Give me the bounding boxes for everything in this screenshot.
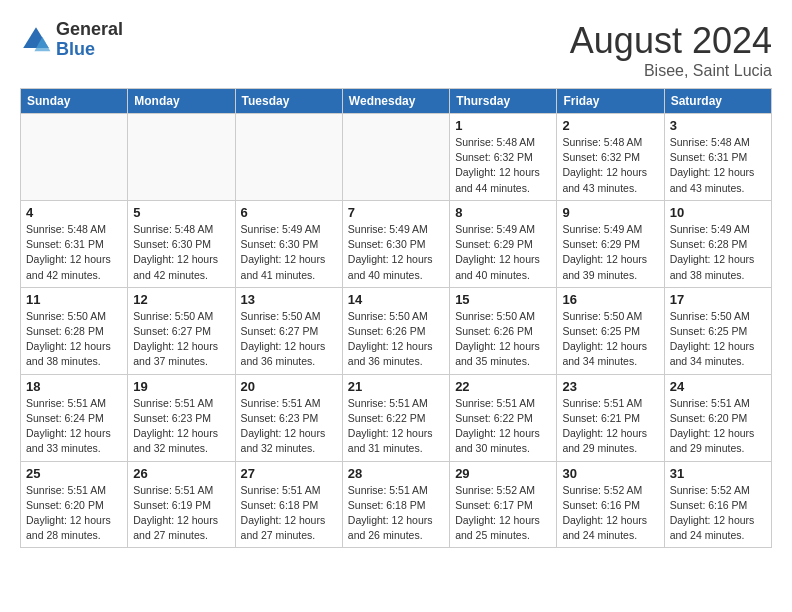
- calendar-cell: 5Sunrise: 5:48 AMSunset: 6:30 PMDaylight…: [128, 200, 235, 287]
- column-header-tuesday: Tuesday: [235, 89, 342, 114]
- day-info: Sunrise: 5:51 AMSunset: 6:22 PMDaylight:…: [348, 396, 444, 457]
- calendar-cell: [128, 114, 235, 201]
- calendar-cell: 3Sunrise: 5:48 AMSunset: 6:31 PMDaylight…: [664, 114, 771, 201]
- calendar-cell: [21, 114, 128, 201]
- day-info: Sunrise: 5:49 AMSunset: 6:28 PMDaylight:…: [670, 222, 766, 283]
- day-number: 29: [455, 466, 551, 481]
- column-header-sunday: Sunday: [21, 89, 128, 114]
- calendar-cell: [235, 114, 342, 201]
- calendar-cell: 12Sunrise: 5:50 AMSunset: 6:27 PMDayligh…: [128, 287, 235, 374]
- day-info: Sunrise: 5:51 AMSunset: 6:20 PMDaylight:…: [26, 483, 122, 544]
- calendar-cell: 25Sunrise: 5:51 AMSunset: 6:20 PMDayligh…: [21, 461, 128, 548]
- column-header-wednesday: Wednesday: [342, 89, 449, 114]
- week-row-5: 25Sunrise: 5:51 AMSunset: 6:20 PMDayligh…: [21, 461, 772, 548]
- day-info: Sunrise: 5:52 AMSunset: 6:16 PMDaylight:…: [562, 483, 658, 544]
- day-number: 24: [670, 379, 766, 394]
- page-header: General Blue August 2024 Bisee, Saint Lu…: [20, 20, 772, 80]
- day-number: 30: [562, 466, 658, 481]
- day-number: 5: [133, 205, 229, 220]
- logo-icon: [20, 24, 52, 56]
- calendar-cell: 15Sunrise: 5:50 AMSunset: 6:26 PMDayligh…: [450, 287, 557, 374]
- day-number: 2: [562, 118, 658, 133]
- calendar-cell: 26Sunrise: 5:51 AMSunset: 6:19 PMDayligh…: [128, 461, 235, 548]
- day-info: Sunrise: 5:51 AMSunset: 6:20 PMDaylight:…: [670, 396, 766, 457]
- week-row-1: 1Sunrise: 5:48 AMSunset: 6:32 PMDaylight…: [21, 114, 772, 201]
- day-info: Sunrise: 5:51 AMSunset: 6:24 PMDaylight:…: [26, 396, 122, 457]
- day-number: 4: [26, 205, 122, 220]
- day-info: Sunrise: 5:51 AMSunset: 6:22 PMDaylight:…: [455, 396, 551, 457]
- calendar-cell: 2Sunrise: 5:48 AMSunset: 6:32 PMDaylight…: [557, 114, 664, 201]
- day-info: Sunrise: 5:48 AMSunset: 6:31 PMDaylight:…: [26, 222, 122, 283]
- day-info: Sunrise: 5:50 AMSunset: 6:27 PMDaylight:…: [241, 309, 337, 370]
- day-info: Sunrise: 5:50 AMSunset: 6:27 PMDaylight:…: [133, 309, 229, 370]
- day-info: Sunrise: 5:50 AMSunset: 6:25 PMDaylight:…: [670, 309, 766, 370]
- day-info: Sunrise: 5:49 AMSunset: 6:30 PMDaylight:…: [241, 222, 337, 283]
- calendar-cell: 13Sunrise: 5:50 AMSunset: 6:27 PMDayligh…: [235, 287, 342, 374]
- day-info: Sunrise: 5:51 AMSunset: 6:18 PMDaylight:…: [348, 483, 444, 544]
- day-info: Sunrise: 5:50 AMSunset: 6:28 PMDaylight:…: [26, 309, 122, 370]
- day-number: 18: [26, 379, 122, 394]
- day-number: 27: [241, 466, 337, 481]
- calendar-cell: 17Sunrise: 5:50 AMSunset: 6:25 PMDayligh…: [664, 287, 771, 374]
- week-row-2: 4Sunrise: 5:48 AMSunset: 6:31 PMDaylight…: [21, 200, 772, 287]
- day-info: Sunrise: 5:49 AMSunset: 6:30 PMDaylight:…: [348, 222, 444, 283]
- day-number: 20: [241, 379, 337, 394]
- column-header-thursday: Thursday: [450, 89, 557, 114]
- day-number: 28: [348, 466, 444, 481]
- calendar-cell: 23Sunrise: 5:51 AMSunset: 6:21 PMDayligh…: [557, 374, 664, 461]
- day-number: 23: [562, 379, 658, 394]
- calendar-cell: 24Sunrise: 5:51 AMSunset: 6:20 PMDayligh…: [664, 374, 771, 461]
- day-number: 12: [133, 292, 229, 307]
- logo-text: General Blue: [56, 20, 123, 60]
- week-row-4: 18Sunrise: 5:51 AMSunset: 6:24 PMDayligh…: [21, 374, 772, 461]
- day-number: 10: [670, 205, 766, 220]
- day-info: Sunrise: 5:51 AMSunset: 6:23 PMDaylight:…: [133, 396, 229, 457]
- calendar-cell: 20Sunrise: 5:51 AMSunset: 6:23 PMDayligh…: [235, 374, 342, 461]
- calendar-cell: 22Sunrise: 5:51 AMSunset: 6:22 PMDayligh…: [450, 374, 557, 461]
- day-number: 14: [348, 292, 444, 307]
- day-number: 25: [26, 466, 122, 481]
- day-number: 26: [133, 466, 229, 481]
- logo-blue-text: Blue: [56, 40, 123, 60]
- day-number: 31: [670, 466, 766, 481]
- day-info: Sunrise: 5:51 AMSunset: 6:21 PMDaylight:…: [562, 396, 658, 457]
- day-info: Sunrise: 5:48 AMSunset: 6:32 PMDaylight:…: [562, 135, 658, 196]
- location-text: Bisee, Saint Lucia: [570, 62, 772, 80]
- day-number: 22: [455, 379, 551, 394]
- month-title: August 2024: [570, 20, 772, 62]
- day-info: Sunrise: 5:50 AMSunset: 6:26 PMDaylight:…: [348, 309, 444, 370]
- calendar-cell: 10Sunrise: 5:49 AMSunset: 6:28 PMDayligh…: [664, 200, 771, 287]
- logo-general-text: General: [56, 20, 123, 40]
- day-number: 9: [562, 205, 658, 220]
- column-header-saturday: Saturday: [664, 89, 771, 114]
- day-number: 15: [455, 292, 551, 307]
- calendar-cell: 9Sunrise: 5:49 AMSunset: 6:29 PMDaylight…: [557, 200, 664, 287]
- day-number: 11: [26, 292, 122, 307]
- day-info: Sunrise: 5:49 AMSunset: 6:29 PMDaylight:…: [455, 222, 551, 283]
- day-info: Sunrise: 5:50 AMSunset: 6:25 PMDaylight:…: [562, 309, 658, 370]
- calendar-cell: 14Sunrise: 5:50 AMSunset: 6:26 PMDayligh…: [342, 287, 449, 374]
- calendar-cell: 19Sunrise: 5:51 AMSunset: 6:23 PMDayligh…: [128, 374, 235, 461]
- day-number: 19: [133, 379, 229, 394]
- day-number: 1: [455, 118, 551, 133]
- calendar-table: SundayMondayTuesdayWednesdayThursdayFrid…: [20, 88, 772, 548]
- calendar-cell: 8Sunrise: 5:49 AMSunset: 6:29 PMDaylight…: [450, 200, 557, 287]
- day-info: Sunrise: 5:49 AMSunset: 6:29 PMDaylight:…: [562, 222, 658, 283]
- calendar-cell: 29Sunrise: 5:52 AMSunset: 6:17 PMDayligh…: [450, 461, 557, 548]
- day-info: Sunrise: 5:48 AMSunset: 6:32 PMDaylight:…: [455, 135, 551, 196]
- day-info: Sunrise: 5:51 AMSunset: 6:18 PMDaylight:…: [241, 483, 337, 544]
- calendar-cell: 30Sunrise: 5:52 AMSunset: 6:16 PMDayligh…: [557, 461, 664, 548]
- column-header-monday: Monday: [128, 89, 235, 114]
- calendar-cell: 31Sunrise: 5:52 AMSunset: 6:16 PMDayligh…: [664, 461, 771, 548]
- calendar-cell: 1Sunrise: 5:48 AMSunset: 6:32 PMDaylight…: [450, 114, 557, 201]
- day-info: Sunrise: 5:51 AMSunset: 6:19 PMDaylight:…: [133, 483, 229, 544]
- calendar-cell: 11Sunrise: 5:50 AMSunset: 6:28 PMDayligh…: [21, 287, 128, 374]
- day-number: 13: [241, 292, 337, 307]
- calendar-cell: 18Sunrise: 5:51 AMSunset: 6:24 PMDayligh…: [21, 374, 128, 461]
- column-header-friday: Friday: [557, 89, 664, 114]
- day-number: 17: [670, 292, 766, 307]
- day-info: Sunrise: 5:52 AMSunset: 6:17 PMDaylight:…: [455, 483, 551, 544]
- calendar-cell: 7Sunrise: 5:49 AMSunset: 6:30 PMDaylight…: [342, 200, 449, 287]
- week-row-3: 11Sunrise: 5:50 AMSunset: 6:28 PMDayligh…: [21, 287, 772, 374]
- calendar-cell: 16Sunrise: 5:50 AMSunset: 6:25 PMDayligh…: [557, 287, 664, 374]
